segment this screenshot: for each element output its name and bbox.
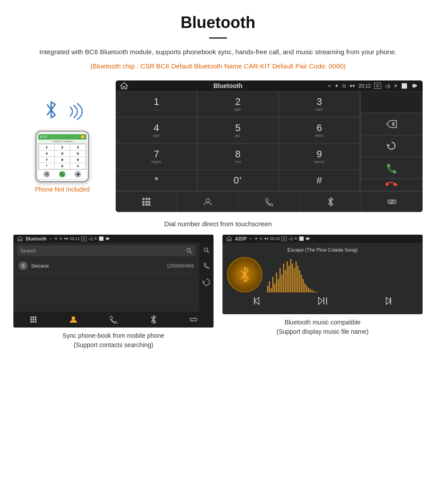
search-side-icon (203, 247, 210, 253)
pb-bluetooth-btn[interactable] (133, 315, 174, 324)
key-hash[interactable]: # (279, 170, 360, 191)
svg-rect-24 (32, 321, 34, 323)
music-body: Escape (The Pina Colada Song) (222, 243, 423, 314)
svg-rect-5 (142, 201, 145, 203)
signal-icon: ▾▾ (350, 83, 355, 89)
phonebook-status-bar: Bluetooth ⌁ ✦ ⊙ ▾▾ 20:11 ⊡ ◁) ✕ ⬜ (13, 235, 214, 243)
music-loc-icon: ⊙ (259, 236, 263, 241)
key-star[interactable]: * (116, 170, 197, 191)
contact-list-empty (17, 273, 196, 309)
dialpad-keys: 1⌵⌵ 2ABC 3DEF 4GHI 5JKL 6MNO 7PQRS 8TUV … (116, 91, 360, 191)
music-screenshot-item: A2DP ⌁ ✦ ⊙ ▾▾ 20:15 ⊡ ◁) ✕ ⬜ (222, 235, 423, 350)
call-button[interactable] (360, 157, 423, 179)
pb-time: 20:11 (70, 236, 80, 241)
svg-marker-29 (319, 297, 323, 304)
svg-rect-20 (30, 319, 32, 320)
pb-call-icon (109, 316, 117, 324)
svg-point-15 (204, 248, 208, 252)
music-vol-icon: ◁) (288, 236, 293, 241)
phone-key-1: 1 (39, 144, 54, 150)
phone-key-8: 8 (55, 157, 70, 163)
description-text: Integrated with BC6 Bluetooth module, su… (27, 47, 409, 57)
music-usb-icon: ⌁ (250, 236, 252, 241)
music-visualizer (267, 257, 418, 292)
pb-bluetooth-icon (150, 315, 157, 324)
phone-key-2: 2 (55, 144, 70, 150)
phone-key-0: 0 (55, 163, 70, 169)
pb-grid-btn[interactable] (13, 315, 53, 324)
end-call-button[interactable] (360, 179, 423, 191)
backspace-button[interactable] (360, 113, 423, 135)
phone-contact-label: + Add to Contacts (38, 140, 86, 144)
key-5[interactable]: 5JKL (197, 117, 279, 144)
phone-bottom-bar: ☰ 📞 ◀ (38, 170, 86, 179)
pb-loc-icon: ⊙ (59, 236, 63, 241)
phone-key-6: 6 (70, 151, 85, 156)
music-status-bar: A2DP ⌁ ✦ ⊙ ▾▾ 20:15 ⊡ ◁) ✕ ⬜ (222, 235, 423, 243)
camera-icon: ⊡ (374, 83, 381, 89)
music-controls (227, 292, 418, 310)
bluetooth-toolbar-icon (327, 197, 334, 207)
contacts-toolbar-btn[interactable] (177, 192, 238, 212)
window-icon: ⬜ (401, 83, 408, 89)
svg-rect-23 (30, 321, 32, 323)
prev-button[interactable] (254, 297, 264, 307)
music-cam-icon: ⊡ (281, 236, 287, 241)
contact-row: S Seicane 13566664466 (17, 259, 196, 273)
search-bar[interactable]: Search (17, 245, 196, 256)
phonebook-toolbar (13, 312, 214, 328)
next-icon (381, 297, 391, 305)
svg-marker-32 (386, 297, 391, 304)
contact-letter: S (19, 261, 28, 270)
svg-rect-7 (148, 201, 150, 203)
svg-rect-17 (30, 316, 32, 318)
key-4[interactable]: 4GHI (116, 117, 197, 144)
caption-main: Dial number direct from touchscreen (0, 216, 436, 235)
svg-rect-3 (145, 198, 148, 200)
page-title: Bluetooth (27, 13, 409, 32)
music-screen-title: A2DP (235, 236, 247, 241)
phone-icon (265, 197, 274, 206)
pb-link-btn[interactable] (174, 315, 214, 324)
key-3[interactable]: 3DEF (279, 91, 360, 117)
play-pause-icon (318, 297, 327, 305)
music-close-icon: ✕ (294, 236, 298, 241)
redial-button[interactable] (360, 135, 423, 157)
svg-line-14 (190, 252, 192, 253)
dialpad-toolbar-btn[interactable] (116, 192, 177, 212)
phonebook-content: Search S Seicane 13566664466 (13, 243, 199, 312)
svg-rect-19 (35, 316, 36, 318)
pb-call-btn[interactable] (93, 315, 133, 324)
main-area: M:30 📶 + Add to Contacts 1 2 3 4 5 6 7 8… (0, 80, 436, 212)
svg-rect-10 (148, 204, 150, 206)
pb-sig-icon: ▾▾ (64, 236, 69, 241)
bluetooth-signal-area (40, 98, 85, 127)
key-0[interactable]: 0+ (197, 170, 279, 191)
pb-bt-icon: ✦ (54, 236, 58, 241)
key-1[interactable]: 1⌵⌵ (116, 91, 197, 117)
pb-person-icon (69, 316, 77, 324)
key-9[interactable]: 9WXYZ (279, 144, 360, 170)
next-button[interactable] (381, 297, 391, 307)
location-icon: ⊙ (342, 83, 346, 89)
key-6[interactable]: 6MNO (279, 117, 360, 144)
pb-vol-icon: ◁) (88, 236, 93, 241)
bluetooth-toolbar-btn[interactable] (300, 192, 362, 212)
phone-btn-back: ◀ (75, 171, 81, 177)
pb-person-btn[interactable] (53, 315, 93, 324)
key-2[interactable]: 2ABC (197, 91, 279, 117)
phone-key-3: 3 (70, 144, 85, 150)
svg-rect-21 (32, 319, 34, 320)
link-toolbar-btn[interactable] (362, 192, 423, 212)
music-caption: Bluetooth music compatible(Support displ… (222, 314, 423, 336)
phonebook-screen-title: Bluetooth (26, 236, 47, 241)
phone-keypad: 1 2 3 4 5 6 7 8 9 * 0 # (38, 144, 86, 170)
phone-key-hash: # (70, 163, 85, 169)
key-7[interactable]: 7PQRS (116, 144, 197, 170)
svg-rect-8 (142, 204, 145, 206)
grid-icon (142, 197, 151, 206)
call-toolbar-btn[interactable] (238, 192, 300, 212)
play-pause-button[interactable] (318, 297, 327, 307)
key-8[interactable]: 8TUV (197, 144, 279, 170)
pb-status-icons: ✦ ⊙ ▾▾ 20:11 ⊡ ◁) ✕ ⬜ (54, 236, 111, 241)
